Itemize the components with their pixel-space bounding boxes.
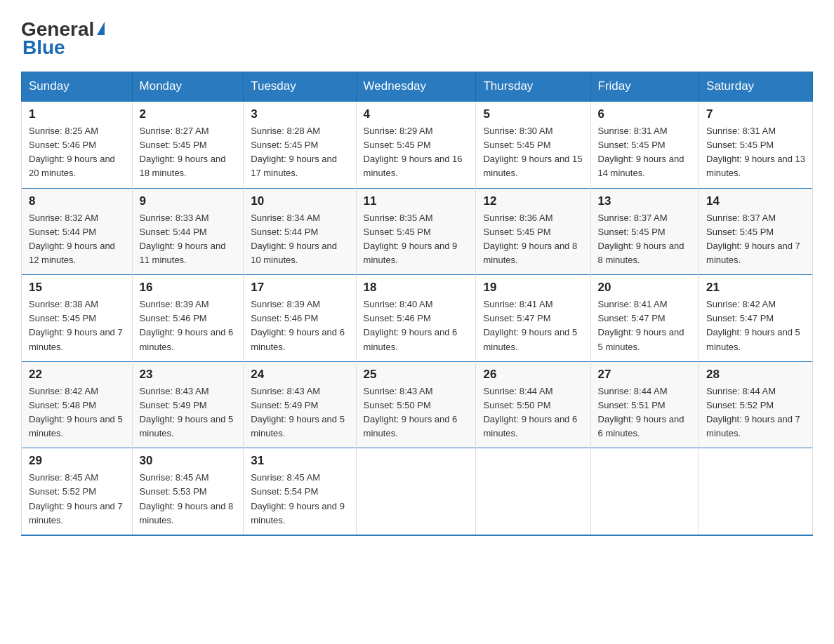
calendar-cell: 16Sunrise: 8:39 AMSunset: 5:46 PMDayligh… <box>132 275 244 362</box>
day-number: 3 <box>251 107 348 121</box>
calendar-cell: 7Sunrise: 8:31 AMSunset: 5:45 PMDaylight… <box>699 101 813 188</box>
calendar-cell: 9Sunrise: 8:33 AMSunset: 5:44 PMDaylight… <box>132 188 244 275</box>
calendar-cell <box>590 448 699 535</box>
day-info: Sunrise: 8:45 AMSunset: 5:54 PMDaylight:… <box>251 471 348 528</box>
calendar-cell: 2Sunrise: 8:27 AMSunset: 5:45 PMDaylight… <box>132 101 244 188</box>
calendar-cell: 10Sunrise: 8:34 AMSunset: 5:44 PMDayligh… <box>244 188 356 275</box>
day-info: Sunrise: 8:27 AMSunset: 5:45 PMDaylight:… <box>140 124 237 181</box>
day-info: Sunrise: 8:34 AMSunset: 5:44 PMDaylight:… <box>251 211 348 268</box>
day-info: Sunrise: 8:41 AMSunset: 5:47 PMDaylight:… <box>483 297 583 354</box>
day-info: Sunrise: 8:33 AMSunset: 5:44 PMDaylight:… <box>140 211 237 268</box>
calendar-week-row: 8Sunrise: 8:32 AMSunset: 5:44 PMDaylight… <box>22 188 813 275</box>
weekday-header-friday: Friday <box>590 72 699 102</box>
day-number: 30 <box>140 454 237 468</box>
day-info: Sunrise: 8:30 AMSunset: 5:45 PMDaylight:… <box>483 124 583 181</box>
day-info: Sunrise: 8:28 AMSunset: 5:45 PMDaylight:… <box>251 124 348 181</box>
calendar-cell: 22Sunrise: 8:42 AMSunset: 5:48 PMDayligh… <box>22 361 133 448</box>
calendar-cell: 3Sunrise: 8:28 AMSunset: 5:45 PMDaylight… <box>244 101 356 188</box>
calendar-cell: 29Sunrise: 8:45 AMSunset: 5:52 PMDayligh… <box>22 448 133 535</box>
day-info: Sunrise: 8:29 AMSunset: 5:45 PMDaylight:… <box>364 124 469 181</box>
day-number: 19 <box>483 281 583 295</box>
calendar-cell: 6Sunrise: 8:31 AMSunset: 5:45 PMDaylight… <box>590 101 699 188</box>
day-info: Sunrise: 8:38 AMSunset: 5:45 PMDaylight:… <box>29 297 125 354</box>
day-info: Sunrise: 8:42 AMSunset: 5:48 PMDaylight:… <box>29 384 125 441</box>
calendar-cell: 23Sunrise: 8:43 AMSunset: 5:49 PMDayligh… <box>132 361 244 448</box>
day-info: Sunrise: 8:44 AMSunset: 5:50 PMDaylight:… <box>483 384 583 441</box>
day-number: 18 <box>364 281 469 295</box>
day-number: 4 <box>364 107 469 121</box>
calendar-cell: 31Sunrise: 8:45 AMSunset: 5:54 PMDayligh… <box>244 448 356 535</box>
weekday-header-monday: Monday <box>132 72 244 102</box>
day-number: 24 <box>251 368 348 382</box>
calendar-cell <box>699 448 813 535</box>
day-number: 25 <box>364 368 469 382</box>
logo: General Blue <box>21 20 105 59</box>
calendar-cell: 15Sunrise: 8:38 AMSunset: 5:45 PMDayligh… <box>22 275 133 362</box>
day-number: 17 <box>251 281 348 295</box>
calendar-cell: 24Sunrise: 8:43 AMSunset: 5:49 PMDayligh… <box>244 361 356 448</box>
day-number: 1 <box>29 107 125 121</box>
day-number: 23 <box>140 368 237 382</box>
calendar-cell: 27Sunrise: 8:44 AMSunset: 5:51 PMDayligh… <box>590 361 699 448</box>
calendar-cell: 17Sunrise: 8:39 AMSunset: 5:46 PMDayligh… <box>244 275 356 362</box>
day-info: Sunrise: 8:39 AMSunset: 5:46 PMDaylight:… <box>251 297 348 354</box>
weekday-header-sunday: Sunday <box>22 72 133 102</box>
calendar-cell: 4Sunrise: 8:29 AMSunset: 5:45 PMDaylight… <box>356 101 476 188</box>
day-number: 27 <box>598 368 692 382</box>
calendar-cell: 12Sunrise: 8:36 AMSunset: 5:45 PMDayligh… <box>476 188 590 275</box>
day-number: 7 <box>706 107 805 121</box>
day-info: Sunrise: 8:32 AMSunset: 5:44 PMDaylight:… <box>29 211 125 268</box>
calendar-cell: 18Sunrise: 8:40 AMSunset: 5:46 PMDayligh… <box>356 275 476 362</box>
calendar-week-row: 22Sunrise: 8:42 AMSunset: 5:48 PMDayligh… <box>22 361 813 448</box>
calendar-cell: 28Sunrise: 8:44 AMSunset: 5:52 PMDayligh… <box>699 361 813 448</box>
calendar-cell <box>476 448 590 535</box>
day-info: Sunrise: 8:44 AMSunset: 5:51 PMDaylight:… <box>598 384 692 441</box>
day-number: 21 <box>706 281 805 295</box>
calendar-cell: 19Sunrise: 8:41 AMSunset: 5:47 PMDayligh… <box>476 275 590 362</box>
day-info: Sunrise: 8:44 AMSunset: 5:52 PMDaylight:… <box>706 384 805 441</box>
day-number: 13 <box>598 194 692 208</box>
day-info: Sunrise: 8:25 AMSunset: 5:46 PMDaylight:… <box>29 124 125 181</box>
day-number: 16 <box>140 281 237 295</box>
day-info: Sunrise: 8:40 AMSunset: 5:46 PMDaylight:… <box>364 297 469 354</box>
day-number: 31 <box>251 454 348 468</box>
day-number: 15 <box>29 281 125 295</box>
day-number: 10 <box>251 194 348 208</box>
day-info: Sunrise: 8:35 AMSunset: 5:45 PMDaylight:… <box>364 211 469 268</box>
day-info: Sunrise: 8:42 AMSunset: 5:47 PMDaylight:… <box>706 297 805 354</box>
weekday-header-tuesday: Tuesday <box>244 72 356 102</box>
calendar-week-row: 15Sunrise: 8:38 AMSunset: 5:45 PMDayligh… <box>22 275 813 362</box>
calendar-cell: 20Sunrise: 8:41 AMSunset: 5:47 PMDayligh… <box>590 275 699 362</box>
calendar-cell: 1Sunrise: 8:25 AMSunset: 5:46 PMDaylight… <box>22 101 133 188</box>
day-info: Sunrise: 8:39 AMSunset: 5:46 PMDaylight:… <box>140 297 237 354</box>
day-info: Sunrise: 8:45 AMSunset: 5:53 PMDaylight:… <box>140 471 237 528</box>
day-number: 20 <box>598 281 692 295</box>
weekday-header-saturday: Saturday <box>699 72 813 102</box>
calendar-cell: 26Sunrise: 8:44 AMSunset: 5:50 PMDayligh… <box>476 361 590 448</box>
calendar-cell: 13Sunrise: 8:37 AMSunset: 5:45 PMDayligh… <box>590 188 699 275</box>
day-info: Sunrise: 8:41 AMSunset: 5:47 PMDaylight:… <box>598 297 692 354</box>
day-info: Sunrise: 8:43 AMSunset: 5:49 PMDaylight:… <box>251 384 348 441</box>
calendar-week-row: 29Sunrise: 8:45 AMSunset: 5:52 PMDayligh… <box>22 448 813 535</box>
day-info: Sunrise: 8:43 AMSunset: 5:50 PMDaylight:… <box>364 384 469 441</box>
calendar-cell: 8Sunrise: 8:32 AMSunset: 5:44 PMDaylight… <box>22 188 133 275</box>
day-number: 28 <box>706 368 805 382</box>
day-number: 8 <box>29 194 125 208</box>
calendar-cell: 14Sunrise: 8:37 AMSunset: 5:45 PMDayligh… <box>699 188 813 275</box>
calendar-week-row: 1Sunrise: 8:25 AMSunset: 5:46 PMDaylight… <box>22 101 813 188</box>
weekday-header-wednesday: Wednesday <box>356 72 476 102</box>
day-info: Sunrise: 8:43 AMSunset: 5:49 PMDaylight:… <box>140 384 237 441</box>
calendar-cell: 25Sunrise: 8:43 AMSunset: 5:50 PMDayligh… <box>356 361 476 448</box>
day-info: Sunrise: 8:37 AMSunset: 5:45 PMDaylight:… <box>598 211 692 268</box>
logo-blue-text: Blue <box>21 36 65 59</box>
day-number: 5 <box>483 107 583 121</box>
day-info: Sunrise: 8:37 AMSunset: 5:45 PMDaylight:… <box>706 211 805 268</box>
calendar-cell: 30Sunrise: 8:45 AMSunset: 5:53 PMDayligh… <box>132 448 244 535</box>
calendar-cell <box>356 448 476 535</box>
calendar-cell: 11Sunrise: 8:35 AMSunset: 5:45 PMDayligh… <box>356 188 476 275</box>
calendar-cell: 5Sunrise: 8:30 AMSunset: 5:45 PMDaylight… <box>476 101 590 188</box>
day-info: Sunrise: 8:36 AMSunset: 5:45 PMDaylight:… <box>483 211 583 268</box>
day-info: Sunrise: 8:31 AMSunset: 5:45 PMDaylight:… <box>598 124 692 181</box>
day-number: 22 <box>29 368 125 382</box>
weekday-header-thursday: Thursday <box>476 72 590 102</box>
